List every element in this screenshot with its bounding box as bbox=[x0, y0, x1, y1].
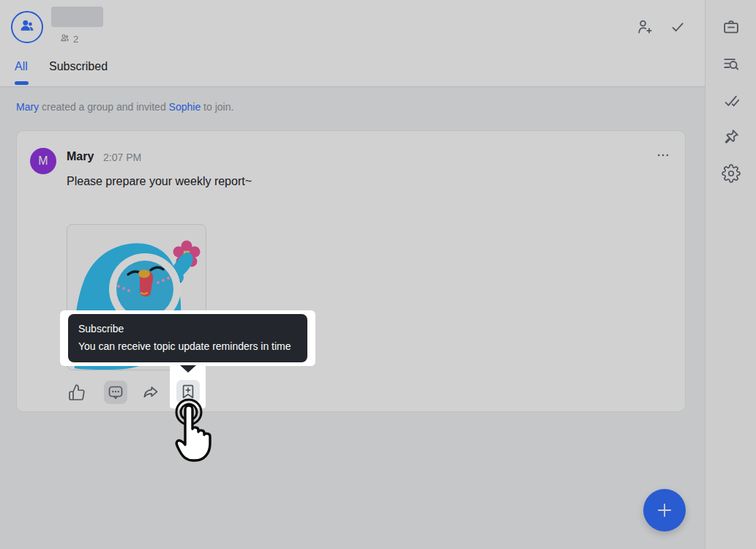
tooltip-spotlight: Subscribe You can receive topic update r… bbox=[60, 310, 315, 366]
subscribe-button[interactable] bbox=[176, 380, 200, 403]
bookmark-plus-icon bbox=[179, 383, 197, 400]
tooltip-arrow bbox=[180, 365, 196, 373]
tooltip-title: Subscribe bbox=[78, 321, 297, 336]
tooltip-description: You can receive topic update reminders i… bbox=[78, 339, 297, 354]
subscribe-tooltip: Subscribe You can receive topic update r… bbox=[68, 314, 307, 362]
onboarding-scrim bbox=[0, 0, 756, 549]
app-window: 2 All Subscribed Mary crea bbox=[0, 0, 756, 549]
